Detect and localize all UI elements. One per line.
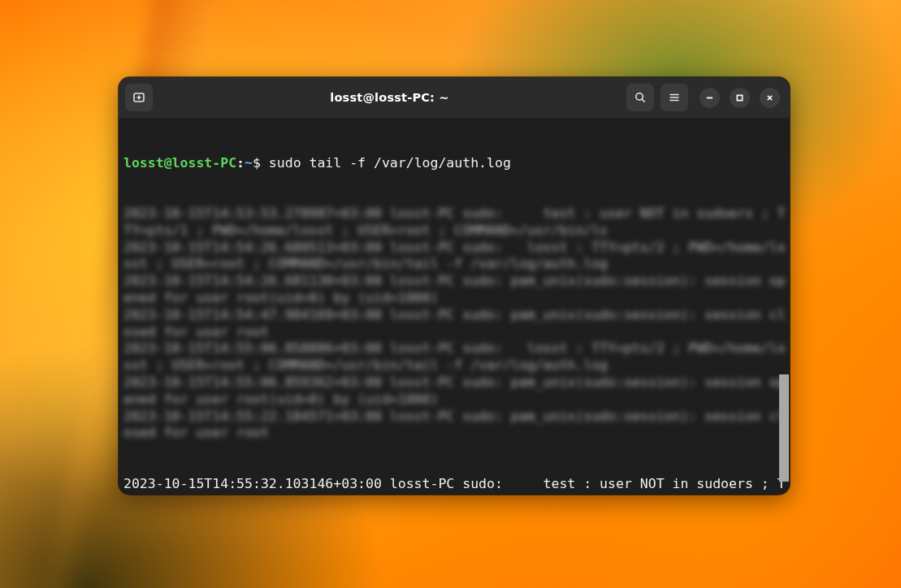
window-title: losst@losst-PC: ~ [159,91,620,104]
prompt-user-host: losst@losst-PC [123,155,236,171]
hamburger-icon [668,91,681,104]
menu-button[interactable] [661,84,688,111]
minimize-icon [706,94,713,102]
close-button[interactable] [760,88,780,108]
terminal-window: losst@losst-PC: ~ losst@losst-PC:~$ sudo… [119,77,790,495]
prompt-path: ~ [245,155,253,171]
new-tab-icon [132,91,145,104]
close-icon [766,94,773,102]
log-output-highlighted: 2023-10-15T14:55:32.103146+03:00 losst-P… [123,476,786,495]
svg-rect-2 [737,95,742,100]
terminal-body[interactable]: losst@losst-PC:~$ sudo tail -f /var/log/… [119,118,790,495]
maximize-icon [736,94,743,102]
window-controls [700,88,780,108]
titlebar[interactable]: losst@losst-PC: ~ [119,77,790,118]
prompt-command: sudo tail -f /var/log/auth.log [269,155,511,171]
prompt-colon: : [236,155,245,171]
scroll-thumb[interactable] [779,374,789,482]
search-button[interactable] [626,84,654,111]
scrollbar[interactable] [779,118,789,495]
log-output-blurred-top: 2023-10-15T14:53:53.278987+03:00 losst-P… [123,205,786,442]
new-tab-button[interactable] [125,84,153,111]
maximize-button[interactable] [730,88,750,108]
prompt-dollar: $ [253,155,269,171]
search-icon [634,91,647,104]
minimize-button[interactable] [700,88,720,108]
prompt-line: losst@losst-PC:~$ sudo tail -f /var/log/… [123,155,786,172]
